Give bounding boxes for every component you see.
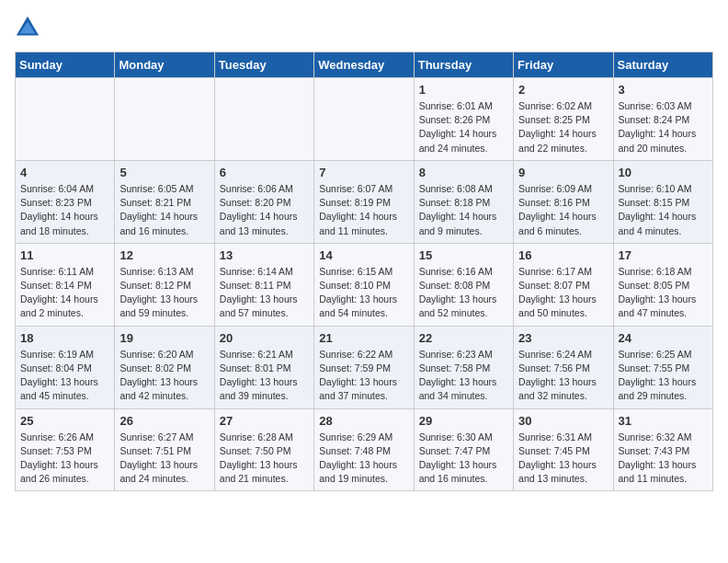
calendar-cell: 12Sunrise: 6:13 AM Sunset: 8:12 PM Dayli… [115,243,214,326]
day-header-tuesday: Tuesday [214,52,313,78]
day-number: 24 [619,331,708,345]
calendar-cell: 27Sunrise: 6:28 AM Sunset: 7:50 PM Dayli… [214,408,313,491]
day-number: 9 [518,166,608,179]
cell-content: Sunrise: 6:16 AM Sunset: 8:08 PM Dayligh… [419,265,508,321]
day-number: 19 [119,331,209,345]
calendar-cell: 13Sunrise: 6:14 AM Sunset: 8:11 PM Dayli… [214,243,313,326]
day-number: 29 [419,414,508,428]
calendar-cell: 17Sunrise: 6:18 AM Sunset: 8:05 PM Dayli… [613,243,712,326]
cell-content: Sunrise: 6:20 AM Sunset: 8:02 PM Dayligh… [119,348,209,404]
calendar-cell: 25Sunrise: 6:26 AM Sunset: 7:53 PM Dayli… [16,408,115,491]
day-number: 21 [319,331,408,345]
day-number: 30 [518,414,608,428]
cell-content: Sunrise: 6:19 AM Sunset: 8:04 PM Dayligh… [20,348,109,404]
calendar-cell: 21Sunrise: 6:22 AM Sunset: 7:59 PM Dayli… [314,326,414,408]
calendar-cell [115,78,214,161]
cell-content: Sunrise: 6:27 AM Sunset: 7:51 PM Dayligh… [119,431,209,487]
calendar-week-2: 4Sunrise: 6:04 AM Sunset: 8:23 PM Daylig… [16,160,713,243]
cell-content: Sunrise: 6:21 AM Sunset: 8:01 PM Dayligh… [220,348,309,404]
cell-content: Sunrise: 6:25 AM Sunset: 7:55 PM Dayligh… [619,348,708,404]
day-header-sunday: Sunday [16,52,115,78]
cell-content: Sunrise: 6:02 AM Sunset: 8:25 PM Dayligh… [518,99,608,155]
calendar-cell: 24Sunrise: 6:25 AM Sunset: 7:55 PM Dayli… [613,326,712,408]
logo [15,15,44,40]
page-header [15,15,713,40]
calendar-body: 1Sunrise: 6:01 AM Sunset: 8:26 PM Daylig… [16,78,713,491]
day-number: 1 [419,83,508,97]
calendar-week-5: 25Sunrise: 6:26 AM Sunset: 7:53 PM Dayli… [16,408,713,491]
cell-content: Sunrise: 6:07 AM Sunset: 8:19 PM Dayligh… [319,182,408,238]
cell-content: Sunrise: 6:29 AM Sunset: 7:48 PM Dayligh… [319,431,408,487]
calendar-cell: 20Sunrise: 6:21 AM Sunset: 8:01 PM Dayli… [214,326,313,408]
cell-content: Sunrise: 6:03 AM Sunset: 8:24 PM Dayligh… [619,99,708,155]
calendar-week-4: 18Sunrise: 6:19 AM Sunset: 8:04 PM Dayli… [16,326,713,408]
cell-content: Sunrise: 6:15 AM Sunset: 8:10 PM Dayligh… [319,265,408,321]
cell-content: Sunrise: 6:31 AM Sunset: 7:45 PM Dayligh… [518,431,608,487]
calendar-cell: 15Sunrise: 6:16 AM Sunset: 8:08 PM Dayli… [414,243,513,326]
cell-content: Sunrise: 6:28 AM Sunset: 7:50 PM Dayligh… [220,431,309,487]
calendar-cell: 9Sunrise: 6:09 AM Sunset: 8:16 PM Daylig… [514,160,613,243]
day-header-friday: Friday [514,52,613,78]
cell-content: Sunrise: 6:13 AM Sunset: 8:12 PM Dayligh… [119,265,209,321]
day-number: 22 [419,331,508,345]
calendar-cell: 4Sunrise: 6:04 AM Sunset: 8:23 PM Daylig… [16,160,115,243]
day-number: 18 [20,331,109,345]
day-number: 23 [518,331,608,345]
calendar-cell: 28Sunrise: 6:29 AM Sunset: 7:48 PM Dayli… [314,408,414,491]
calendar-cell: 5Sunrise: 6:05 AM Sunset: 8:21 PM Daylig… [115,160,214,243]
cell-content: Sunrise: 6:17 AM Sunset: 8:07 PM Dayligh… [518,265,608,321]
day-number: 17 [619,248,708,262]
day-number: 6 [220,166,309,179]
cell-content: Sunrise: 6:08 AM Sunset: 8:18 PM Dayligh… [419,182,508,238]
cell-content: Sunrise: 6:26 AM Sunset: 7:53 PM Dayligh… [20,431,109,487]
calendar-cell: 8Sunrise: 6:08 AM Sunset: 8:18 PM Daylig… [414,160,513,243]
day-number: 12 [119,248,209,262]
calendar-cell: 11Sunrise: 6:11 AM Sunset: 8:14 PM Dayli… [16,243,115,326]
calendar-cell: 2Sunrise: 6:02 AM Sunset: 8:25 PM Daylig… [514,78,613,161]
cell-content: Sunrise: 6:09 AM Sunset: 8:16 PM Dayligh… [518,182,608,238]
calendar-header: SundayMondayTuesdayWednesdayThursdayFrid… [16,52,713,78]
cell-content: Sunrise: 6:10 AM Sunset: 8:15 PM Dayligh… [619,182,708,238]
calendar-cell: 26Sunrise: 6:27 AM Sunset: 7:51 PM Dayli… [115,408,214,491]
cell-content: Sunrise: 6:24 AM Sunset: 7:56 PM Dayligh… [518,348,608,404]
cell-content: Sunrise: 6:30 AM Sunset: 7:47 PM Dayligh… [419,431,508,487]
cell-content: Sunrise: 6:23 AM Sunset: 7:58 PM Dayligh… [419,348,508,404]
day-number: 13 [220,248,309,262]
calendar-cell: 22Sunrise: 6:23 AM Sunset: 7:58 PM Dayli… [414,326,513,408]
cell-content: Sunrise: 6:32 AM Sunset: 7:43 PM Dayligh… [619,431,708,487]
day-number: 4 [20,166,109,179]
calendar-cell: 31Sunrise: 6:32 AM Sunset: 7:43 PM Dayli… [613,408,712,491]
calendar-week-1: 1Sunrise: 6:01 AM Sunset: 8:26 PM Daylig… [16,78,713,161]
day-number: 27 [220,414,309,428]
logo-icon [15,15,40,40]
cell-content: Sunrise: 6:01 AM Sunset: 8:26 PM Dayligh… [419,99,508,155]
day-header-wednesday: Wednesday [314,52,414,78]
calendar-cell [314,78,414,161]
calendar-cell: 10Sunrise: 6:10 AM Sunset: 8:15 PM Dayli… [613,160,712,243]
calendar-week-3: 11Sunrise: 6:11 AM Sunset: 8:14 PM Dayli… [16,243,713,326]
calendar-cell: 29Sunrise: 6:30 AM Sunset: 7:47 PM Dayli… [414,408,513,491]
calendar-cell: 23Sunrise: 6:24 AM Sunset: 7:56 PM Dayli… [514,326,613,408]
day-header-saturday: Saturday [613,52,712,78]
day-number: 15 [419,248,508,262]
cell-content: Sunrise: 6:04 AM Sunset: 8:23 PM Dayligh… [20,182,109,238]
cell-content: Sunrise: 6:06 AM Sunset: 8:20 PM Dayligh… [220,182,309,238]
cell-content: Sunrise: 6:22 AM Sunset: 7:59 PM Dayligh… [319,348,408,404]
calendar-cell: 19Sunrise: 6:20 AM Sunset: 8:02 PM Dayli… [115,326,214,408]
calendar-cell: 7Sunrise: 6:07 AM Sunset: 8:19 PM Daylig… [314,160,414,243]
day-number: 26 [119,414,209,428]
calendar-cell: 30Sunrise: 6:31 AM Sunset: 7:45 PM Dayli… [514,408,613,491]
day-header-monday: Monday [115,52,214,78]
day-number: 5 [119,166,209,179]
day-header-thursday: Thursday [414,52,513,78]
day-number: 28 [319,414,408,428]
day-number: 25 [20,414,109,428]
calendar-cell [16,78,115,161]
calendar-cell: 6Sunrise: 6:06 AM Sunset: 8:20 PM Daylig… [214,160,313,243]
calendar-cell: 18Sunrise: 6:19 AM Sunset: 8:04 PM Dayli… [16,326,115,408]
calendar-cell: 1Sunrise: 6:01 AM Sunset: 8:26 PM Daylig… [414,78,513,161]
day-number: 14 [319,248,408,262]
calendar-cell [214,78,313,161]
cell-content: Sunrise: 6:18 AM Sunset: 8:05 PM Dayligh… [619,265,708,321]
cell-content: Sunrise: 6:05 AM Sunset: 8:21 PM Dayligh… [119,182,209,238]
